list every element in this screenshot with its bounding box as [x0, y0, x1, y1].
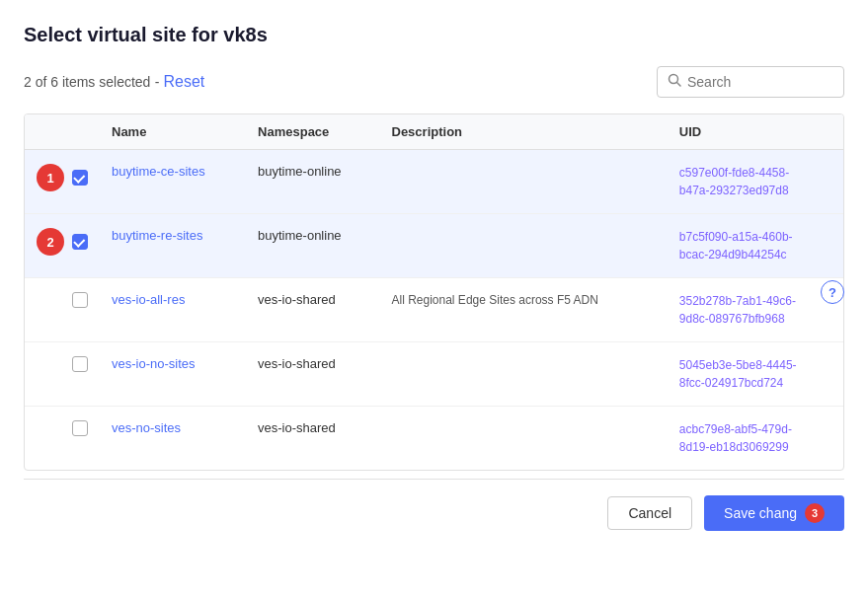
row-uid: 352b278b-7ab1-49c6-9d8c-089767bfb968: [679, 294, 796, 326]
row-namespace-cell: buytime-online: [246, 150, 379, 214]
table-row: ves-no-sitesves-io-sharedacbc79e8-abf5-4…: [25, 407, 843, 471]
row-uid: b7c5f090-a15a-460b-bcac-294d9b44254c: [679, 230, 793, 262]
save-button-label: Save chang: [724, 505, 797, 521]
svg-line-1: [677, 83, 681, 87]
toolbar: 2 of 6 items selected - Reset: [24, 66, 844, 98]
row-name-cell: ves-io-no-sites: [100, 342, 246, 407]
row-badge-1: 1: [37, 164, 64, 191]
help-icon[interactable]: ?: [821, 280, 844, 304]
col-checkbox: [25, 114, 100, 150]
row-checkbox-cell: [25, 278, 100, 342]
row-description-cell: [380, 214, 668, 278]
row-checkbox[interactable]: [72, 420, 88, 436]
row-name[interactable]: buytime-ce-sites: [112, 164, 205, 179]
footer: Cancel Save chang 3: [24, 479, 844, 547]
table-row: ves-io-all-resves-io-sharedAll Regional …: [25, 278, 843, 342]
row-uid: acbc79e8-abf5-479d-8d19-eb18d3069299: [679, 422, 792, 454]
row-checkbox[interactable]: [72, 170, 88, 186]
cancel-button[interactable]: Cancel: [607, 496, 692, 530]
search-icon: [668, 73, 681, 91]
row-name[interactable]: ves-io-no-sites: [112, 356, 196, 371]
table-row: 2buytime-re-sitesbuytime-onlineb7c5f090-…: [25, 214, 843, 278]
col-uid: UID: [668, 114, 843, 150]
col-namespace: Namespace: [246, 114, 379, 150]
dialog: Select virtual site for vk8s 2 of 6 item…: [0, 0, 868, 599]
row-uid-cell: acbc79e8-abf5-479d-8d19-eb18d3069299: [668, 407, 843, 471]
row-namespace-cell: ves-io-shared: [246, 342, 379, 407]
row-namespace-cell: ves-io-shared: [246, 407, 379, 471]
reset-button[interactable]: Reset: [163, 73, 204, 90]
row-checkbox[interactable]: [72, 356, 88, 372]
table-header-row: Name Namespace Description UID: [25, 114, 843, 150]
row-checkbox-cell: [25, 342, 100, 407]
row-description-cell: [380, 342, 668, 407]
selection-count: 2 of 6 items selected: [24, 74, 150, 90]
row-name[interactable]: buytime-re-sites: [112, 228, 202, 243]
row-uid-cell: c597e00f-fde8-4458-b47a-293273ed97d8: [668, 150, 843, 214]
table-row: ves-io-no-sitesves-io-shared5045eb3e-5be…: [25, 342, 843, 407]
row-name-cell: ves-no-sites: [100, 407, 246, 471]
search-box: [657, 66, 844, 98]
row-name-cell: ves-io-all-res: [100, 278, 246, 342]
col-name: Name: [100, 114, 246, 150]
row-description-cell: [380, 150, 668, 214]
row-uid: c597e00f-fde8-4458-b47a-293273ed97d8: [679, 166, 789, 197]
row-uid-cell: 352b278b-7ab1-49c6-9d8c-089767bfb968: [668, 278, 843, 342]
table-row: 1buytime-ce-sitesbuytime-onlinec597e00f-…: [25, 150, 843, 214]
row-badge-2: 2: [37, 228, 64, 256]
row-name[interactable]: ves-io-all-res: [112, 292, 185, 307]
row-name-cell: buytime-re-sites: [100, 214, 246, 278]
row-description-cell: All Regional Edge Sites across F5 ADN: [380, 278, 668, 342]
row-description-cell: [380, 407, 668, 471]
row-uid-cell: b7c5f090-a15a-460b-bcac-294d9b44254c: [668, 214, 843, 278]
row-name-cell: buytime-ce-sites: [100, 150, 246, 214]
data-table: Name Namespace Description UID 1buytime-…: [25, 114, 843, 470]
table-wrapper: Name Namespace Description UID 1buytime-…: [24, 113, 844, 471]
row-name[interactable]: ves-no-sites: [112, 420, 181, 435]
row-uid-cell: 5045eb3e-5be8-4445-8fcc-024917bcd724: [668, 342, 843, 407]
row-checkbox[interactable]: [72, 234, 88, 250]
selection-info: 2 of 6 items selected - Reset: [24, 73, 204, 91]
dialog-title: Select virtual site for vk8s: [24, 24, 844, 46]
col-description: Description: [380, 114, 668, 150]
row-checkbox-cell: 2: [25, 214, 100, 278]
search-input[interactable]: [687, 74, 833, 90]
row-namespace-cell: buytime-online: [246, 214, 379, 278]
save-button[interactable]: Save chang 3: [704, 495, 844, 531]
row-checkbox[interactable]: [72, 292, 88, 308]
row-checkbox-cell: 1: [25, 150, 100, 214]
table-container: Name Namespace Description UID 1buytime-…: [24, 113, 844, 471]
row-checkbox-cell: [25, 407, 100, 471]
row-uid: 5045eb3e-5be8-4445-8fcc-024917bcd724: [679, 358, 797, 390]
row-namespace-cell: ves-io-shared: [246, 278, 379, 342]
save-badge: 3: [805, 503, 825, 523]
